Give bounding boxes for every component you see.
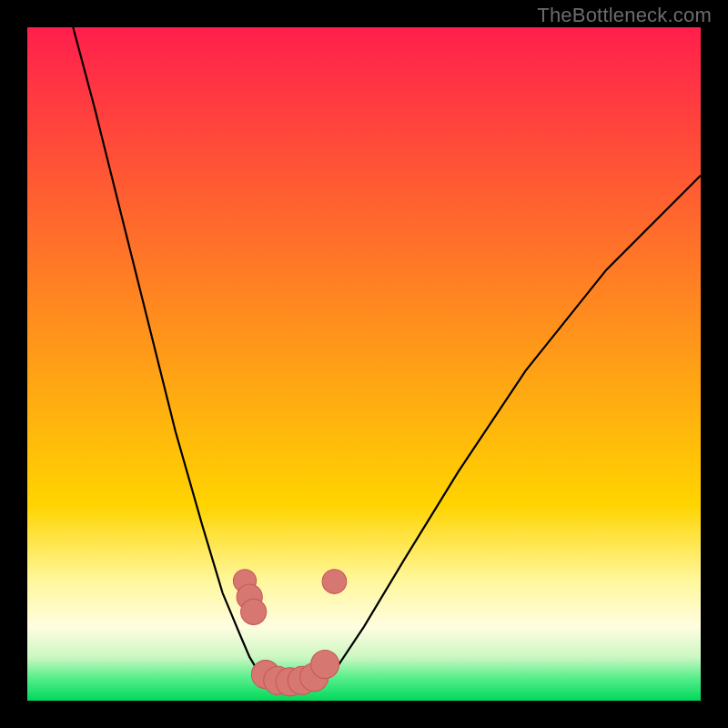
plot-area [27,27,701,701]
data-marker [241,599,267,624]
data-marker [311,651,339,679]
watermark-label: TheBottleneck.com [537,4,712,27]
chart-frame: TheBottleneck.com [0,0,728,728]
right-curve [320,176,701,686]
data-marker [322,570,347,594]
curve-layer [27,27,701,701]
